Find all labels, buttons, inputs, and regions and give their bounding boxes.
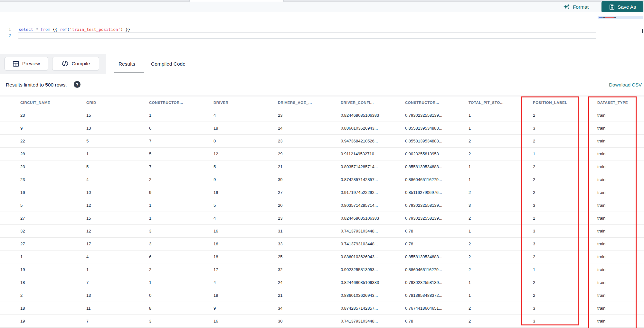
table-cell: 27 <box>258 186 320 199</box>
help-icon[interactable]: ? <box>74 81 80 88</box>
column-header: POSITION_LABEL <box>513 96 577 109</box>
table-cell: 3 <box>513 224 577 237</box>
table-cell: 2 <box>513 134 577 147</box>
table-row: 18714240.8244680851063830.7930232558139.… <box>0 276 644 289</box>
table-cell: train <box>577 134 644 147</box>
table-cell: 39 <box>258 173 320 186</box>
table-cell: 5 <box>129 147 193 160</box>
table-cell: 0.7813953488372... <box>385 289 448 302</box>
table-cell: 33 <box>258 237 320 250</box>
table-cell: 1 <box>448 109 513 122</box>
tab-results[interactable]: Results <box>118 61 135 69</box>
table-cell: 1 <box>448 276 513 289</box>
table-cell: 4 <box>66 173 129 186</box>
table-cell: 18 <box>193 289 258 302</box>
table-row: 23575210.8035714285714...0.8558139534883… <box>0 160 644 173</box>
table-cell: 2 <box>448 314 513 327</box>
sql-editor[interactable]: 1 2 select * from {{ ref('train_test_pos… <box>0 12 644 54</box>
table-cell: 21 <box>258 289 320 302</box>
save-as-button[interactable]: Save As <box>601 1 643 13</box>
compile-button[interactable]: Compile <box>52 57 99 70</box>
code-line-1: select * from {{ ref('train_test_positio… <box>19 26 130 32</box>
results-table: CIRCUIT_NAMEGRIDCONSTRUCTOR...DRIVERDRIV… <box>0 96 644 328</box>
download-csv-link[interactable]: Download CSV <box>609 82 642 87</box>
table-cell: 2 <box>513 186 577 199</box>
table-cell: 4 <box>193 276 258 289</box>
table-cell: 3 <box>129 314 193 327</box>
table-cell: train <box>577 314 644 327</box>
table-cell: 0.78 <box>385 237 448 250</box>
table-cell: 1 <box>129 109 193 122</box>
table-cell: 7 <box>66 314 129 327</box>
table-cell: 23 <box>258 109 320 122</box>
table-row: 51215200.8035714285714...0.7930232558139… <box>0 199 644 212</box>
table-cell: 3 <box>513 199 577 212</box>
tab-compiled-code[interactable]: Compiled Code <box>151 61 185 69</box>
table-cell: train <box>577 186 644 199</box>
table-row: 213018210.8860103626943...0.781395348837… <box>0 289 644 302</box>
table-cell: 0.8860465116279... <box>385 263 448 276</box>
table-cell: train <box>577 276 644 289</box>
table-cell: 7 <box>129 134 193 147</box>
table-cell: 0.7413793103448... <box>320 237 385 250</box>
table-cell: 0.9023255813953... <box>320 263 385 276</box>
table-cell: 19 <box>193 186 258 199</box>
line-number-1: 1 <box>3 27 11 32</box>
table-cell: 15 <box>66 109 129 122</box>
table-cell: 0.7674418604651... <box>385 302 448 314</box>
table-cell: 6 <box>129 250 193 263</box>
table-row: 913618240.8860103626943...0.855813953488… <box>0 122 644 134</box>
table-cell: 0.8860103626943... <box>320 250 385 263</box>
column-header: DRIVER_CONFI... <box>320 96 385 109</box>
editor-minimap[interactable] <box>598 13 643 44</box>
table-cell: train <box>577 302 644 314</box>
table-cell: 0.9473684210526... <box>320 134 385 147</box>
line-number-2: 2 <box>3 33 11 38</box>
table-cell: 9 <box>129 186 193 199</box>
table-cell: 1 <box>513 147 577 160</box>
format-button[interactable]: Format <box>563 3 589 11</box>
preview-button[interactable]: Preview <box>5 57 48 70</box>
table-cell: 20 <box>258 199 320 212</box>
table-cell: 3 <box>513 237 577 250</box>
table-cell: train <box>577 109 644 122</box>
table-cell: 0.7930232558139... <box>385 109 448 122</box>
compile-label: Compile <box>72 61 90 67</box>
format-label: Format <box>573 4 589 10</box>
table-cell: 0.824468085106383 <box>320 276 385 289</box>
table-cell: train <box>577 263 644 276</box>
table-row: 23429390.8742857142857...0.8860465116279… <box>0 173 644 186</box>
column-header: CIRCUIT_NAME <box>0 96 66 109</box>
table-row: 181189340.8742857142857...0.767441860465… <box>0 302 644 314</box>
table-cell: 11 <box>66 302 129 314</box>
table-cell: 25 <box>258 250 320 263</box>
table-cell: 17 <box>66 237 129 250</box>
table-cell: 9 <box>0 122 66 134</box>
table-cell: train <box>577 250 644 263</box>
table-cell: 0.8035714285714... <box>320 160 385 173</box>
editor-cursor-line[interactable] <box>18 32 596 39</box>
table-cell: 31 <box>258 224 320 237</box>
table-cell: 0.7930232558139... <box>385 199 448 212</box>
table-cell: 0.9023255813953... <box>385 147 448 160</box>
table-cell: 1 <box>129 212 193 224</box>
preview-label: Preview <box>22 61 40 67</box>
action-bar: Preview Compile Results Compiled Code <box>0 54 644 74</box>
table-cell: 1 <box>448 160 513 173</box>
table-cell: 12 <box>66 199 129 212</box>
table-cell: 12 <box>66 224 129 237</box>
table-cell: 16 <box>193 224 258 237</box>
table-cell: 0.9112149532710... <box>320 147 385 160</box>
table-cell: train <box>577 224 644 237</box>
table-cell: 16 <box>193 314 258 327</box>
table-cell: 5 <box>66 134 129 147</box>
table-cell: 0.9171974522292... <box>320 186 385 199</box>
table-cell: 1 <box>513 263 577 276</box>
table-cell: 0 <box>193 134 258 147</box>
table-cell: 3 <box>513 302 577 314</box>
minimap-code-line <box>599 17 616 18</box>
table-cell: 12 <box>193 147 258 160</box>
table-row: 2717316330.7413793103448...0.7823train <box>0 237 644 250</box>
table-cell: 15 <box>66 212 129 224</box>
table-cell: 1 <box>129 199 193 212</box>
